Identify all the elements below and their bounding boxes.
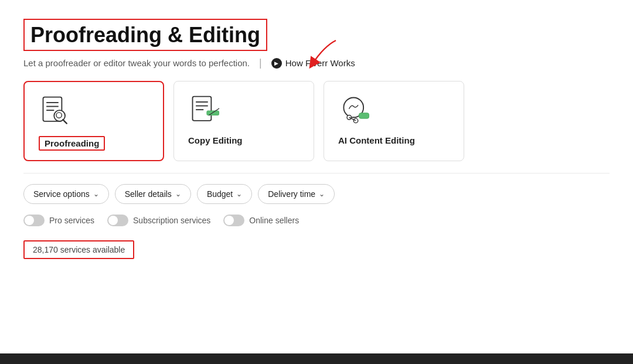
category-label-ai-content-editing: AI Content Editing (338, 135, 415, 145)
category-card-proofreading[interactable]: Proofreading (23, 81, 164, 161)
title-section: Proofreading & Editing Let a proofreader… (23, 19, 610, 69)
svg-rect-13 (359, 113, 369, 118)
copy-editing-icon (188, 93, 223, 128)
pro-services-label: Pro services (49, 216, 94, 225)
services-count: 28,170 services available (23, 240, 134, 259)
filter-delivery-time[interactable]: Delivery time ⌄ (258, 184, 335, 204)
toggles-row: Pro services Subscription services Onlin… (23, 215, 610, 226)
subtitle-text: Let a proofreader or editor tweak your w… (23, 58, 250, 68)
filter-seller-details[interactable]: Seller details ⌄ (115, 184, 191, 204)
categories-row: Proofreading Copy Editing (23, 81, 610, 161)
filter-budget[interactable]: Budget ⌄ (197, 184, 252, 204)
category-card-copy-editing[interactable]: Copy Editing (173, 81, 314, 161)
ai-content-editing-icon (338, 93, 373, 128)
online-sellers-toggle[interactable] (223, 215, 244, 226)
filters-row: Service options ⌄ Seller details ⌄ Budge… (23, 184, 610, 204)
section-divider (23, 173, 610, 174)
category-label-proofreading: Proofreading (39, 136, 105, 151)
chevron-down-icon: ⌄ (236, 190, 242, 198)
proofreading-icon (39, 94, 74, 129)
subscription-services-toggle[interactable] (107, 215, 128, 226)
category-label-copy-editing: Copy Editing (188, 135, 243, 145)
how-fiverr-works-link[interactable]: ▶ How Fiverr Works (271, 58, 355, 69)
bottom-bar (0, 353, 633, 364)
toggle-group-subscription-services: Subscription services (107, 215, 210, 226)
chevron-down-icon: ⌄ (93, 190, 99, 198)
how-fiverr-works-label: How Fiverr Works (285, 58, 355, 68)
svg-line-6 (63, 120, 67, 124)
filter-seller-details-label: Seller details (125, 189, 172, 199)
filter-budget-label: Budget (207, 189, 233, 199)
online-sellers-label: Online sellers (249, 216, 299, 225)
toggle-group-pro-services: Pro services (23, 215, 94, 226)
toggle-group-online-sellers: Online sellers (223, 215, 299, 226)
filter-service-options-label: Service options (33, 189, 90, 199)
chevron-down-icon: ⌄ (175, 190, 181, 198)
filter-service-options[interactable]: Service options ⌄ (23, 184, 109, 204)
svg-rect-7 (193, 97, 212, 121)
subscription-services-label: Subscription services (133, 216, 210, 225)
filter-delivery-time-label: Delivery time (268, 189, 315, 199)
category-card-ai-content-editing[interactable]: AI Content Editing (324, 81, 464, 161)
subtitle-divider: | (259, 57, 262, 69)
page-container: Proofreading & Editing Let a proofreader… (0, 0, 633, 271)
page-title: Proofreading & Editing (23, 19, 267, 51)
pro-services-toggle[interactable] (23, 215, 45, 226)
play-icon: ▶ (271, 58, 282, 69)
subtitle-row: Let a proofreader or editor tweak your w… (23, 57, 610, 69)
chevron-down-icon: ⌄ (319, 190, 325, 198)
